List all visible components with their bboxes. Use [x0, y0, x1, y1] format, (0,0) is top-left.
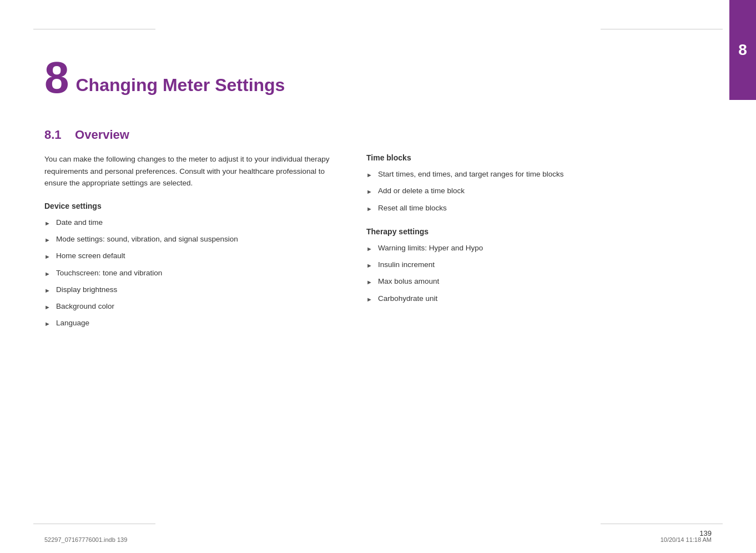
list-item: ► Mode settings: sound, vibration, and s…	[44, 234, 333, 245]
list-item-text: Language	[56, 318, 89, 329]
chapter-heading: 8 Changing Meter Settings	[44, 56, 712, 100]
bullet-arrow-icon: ►	[44, 319, 51, 329]
section-heading: 8.1 Overview	[44, 128, 712, 142]
bullet-arrow-icon: ►	[366, 170, 372, 180]
list-item: ► Language	[44, 318, 333, 329]
list-item-text: Date and time	[56, 217, 103, 228]
list-item: ► Home screen default	[44, 250, 333, 262]
list-item-text: Carbohydrate unit	[378, 293, 437, 304]
footer-right-text: 10/20/14 11:18 AM	[661, 536, 712, 543]
list-item: ► Touchscreen: tone and vibration	[44, 268, 333, 279]
list-item-text: Touchscreen: tone and vibration	[56, 268, 162, 279]
list-item: ► Date and time	[44, 217, 333, 228]
top-line-left	[33, 29, 155, 29]
bottom-line-left	[33, 524, 155, 524]
bullet-arrow-icon: ►	[44, 269, 51, 279]
therapy-settings-list: ► Warning limits: Hyper and Hypo ► Insul…	[366, 243, 655, 304]
footer-left-text: 52297_07167776001.indb 139	[44, 536, 127, 543]
list-item-text: Max bolus amount	[378, 276, 439, 287]
bullet-arrow-icon: ►	[44, 252, 51, 262]
body-content: You can make the following changes to th…	[44, 153, 712, 343]
chapter-number: 8	[44, 56, 69, 100]
bottom-line-right	[601, 524, 723, 524]
list-item-text: Start times, end times, and target range…	[378, 169, 564, 180]
list-item-text: Home screen default	[56, 250, 125, 262]
list-item-text: Warning limits: Hyper and Hypo	[378, 243, 483, 254]
list-item: ► Background color	[44, 301, 333, 312]
bullet-arrow-icon: ►	[44, 303, 51, 312]
list-item: ► Display brightness	[44, 284, 333, 295]
chapter-tab-number: 8	[738, 41, 747, 59]
list-item-text: Mode settings: sound, vibration, and sig…	[56, 234, 238, 245]
list-item-text: Background color	[56, 301, 114, 312]
bullet-arrow-icon: ►	[366, 204, 372, 214]
bullet-arrow-icon: ►	[366, 261, 372, 270]
top-line-right	[601, 29, 723, 29]
left-column: You can make the following changes to th…	[44, 153, 333, 343]
footer: 52297_07167776001.indb 139 10/20/14 11:1…	[44, 536, 712, 543]
list-item: ► Add or delete a time block	[366, 185, 655, 197]
list-item: ► Reset all time blocks	[366, 203, 655, 214]
bullet-arrow-icon: ►	[44, 219, 51, 228]
bullet-arrow-icon: ►	[366, 244, 372, 254]
bullet-arrow-icon: ►	[44, 235, 51, 245]
device-settings-list: ► Date and time ► Mode settings: sound, …	[44, 217, 333, 329]
list-item-text: Insulin increment	[378, 259, 435, 270]
intro-text: You can make the following changes to th…	[44, 153, 333, 189]
list-item-text: Display brightness	[56, 284, 117, 295]
bullet-arrow-icon: ►	[366, 278, 372, 287]
time-blocks-heading: Time blocks	[366, 153, 655, 162]
bullet-arrow-icon: ►	[366, 295, 372, 304]
bullet-arrow-icon: ►	[366, 187, 372, 197]
section-title: Overview	[75, 128, 129, 142]
list-item: ► Warning limits: Hyper and Hypo	[366, 243, 655, 254]
section-number: 8.1	[44, 128, 62, 142]
time-blocks-list: ► Start times, end times, and target ran…	[366, 169, 655, 214]
list-item: ► Max bolus amount	[366, 276, 655, 287]
therapy-settings-heading: Therapy settings	[366, 227, 655, 236]
device-settings-heading: Device settings	[44, 202, 333, 210]
list-item: ► Start times, end times, and target ran…	[366, 169, 655, 180]
content-area: 8 Changing Meter Settings 8.1 Overview Y…	[44, 44, 712, 509]
list-item: ► Carbohydrate unit	[366, 293, 655, 304]
right-column: Time blocks ► Start times, end times, an…	[366, 153, 655, 343]
list-item-text: Reset all time blocks	[378, 203, 447, 214]
bullet-arrow-icon: ►	[44, 286, 51, 295]
page: 8 8 Changing Meter Settings 8.1 Overview…	[0, 0, 756, 553]
chapter-tab: 8	[729, 0, 756, 100]
chapter-title: Changing Meter Settings	[76, 75, 285, 100]
list-item-text: Add or delete a time block	[378, 185, 465, 197]
list-item: ► Insulin increment	[366, 259, 655, 270]
